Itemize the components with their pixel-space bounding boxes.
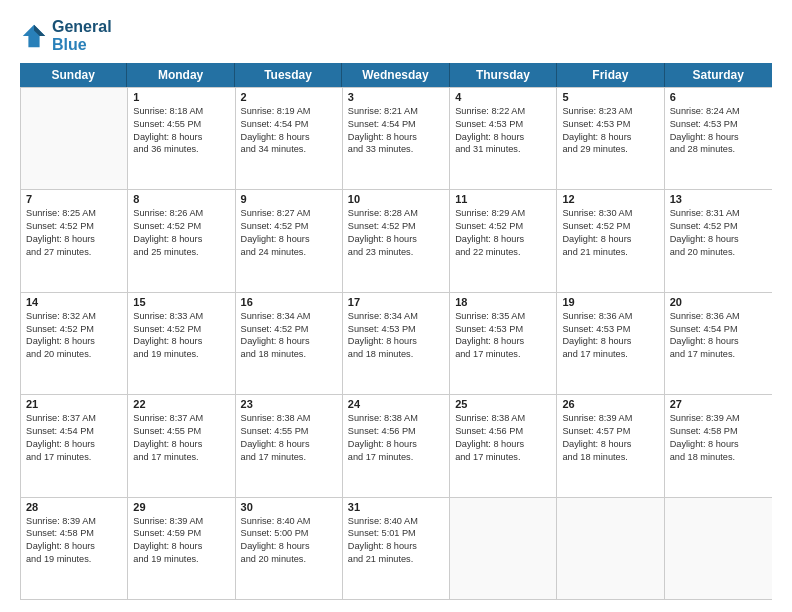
day-cell-3: 3Sunrise: 8:21 AMSunset: 4:54 PMDaylight… xyxy=(343,88,450,189)
day-number: 8 xyxy=(133,193,229,205)
sunset-text: Sunset: 4:54 PM xyxy=(670,323,767,336)
day-number: 15 xyxy=(133,296,229,308)
daylight-text-1: Daylight: 8 hours xyxy=(562,335,658,348)
sunrise-text: Sunrise: 8:22 AM xyxy=(455,105,551,118)
daylight-text-2: and 23 minutes. xyxy=(348,246,444,259)
daylight-text-1: Daylight: 8 hours xyxy=(26,335,122,348)
sunrise-text: Sunrise: 8:36 AM xyxy=(670,310,767,323)
sunrise-text: Sunrise: 8:38 AM xyxy=(241,412,337,425)
daylight-text-1: Daylight: 8 hours xyxy=(670,233,767,246)
daylight-text-1: Daylight: 8 hours xyxy=(133,335,229,348)
day-number: 25 xyxy=(455,398,551,410)
header-day-tuesday: Tuesday xyxy=(235,63,342,87)
daylight-text-2: and 18 minutes. xyxy=(562,451,658,464)
day-cell-9: 9Sunrise: 8:27 AMSunset: 4:52 PMDaylight… xyxy=(236,190,343,291)
daylight-text-1: Daylight: 8 hours xyxy=(455,233,551,246)
sunrise-text: Sunrise: 8:18 AM xyxy=(133,105,229,118)
day-number: 12 xyxy=(562,193,658,205)
day-cell-14: 14Sunrise: 8:32 AMSunset: 4:52 PMDayligh… xyxy=(21,293,128,394)
sunrise-text: Sunrise: 8:39 AM xyxy=(26,515,122,528)
sunset-text: Sunset: 4:59 PM xyxy=(133,527,229,540)
daylight-text-1: Daylight: 8 hours xyxy=(241,233,337,246)
daylight-text-2: and 19 minutes. xyxy=(26,553,122,566)
daylight-text-2: and 21 minutes. xyxy=(348,553,444,566)
day-cell-28: 28Sunrise: 8:39 AMSunset: 4:58 PMDayligh… xyxy=(21,498,128,599)
daylight-text-2: and 21 minutes. xyxy=(562,246,658,259)
sunset-text: Sunset: 4:52 PM xyxy=(670,220,767,233)
day-number: 23 xyxy=(241,398,337,410)
sunset-text: Sunset: 4:58 PM xyxy=(670,425,767,438)
sunset-text: Sunset: 4:52 PM xyxy=(26,220,122,233)
day-number: 3 xyxy=(348,91,444,103)
sunset-text: Sunset: 4:54 PM xyxy=(241,118,337,131)
header-day-monday: Monday xyxy=(127,63,234,87)
day-cell-19: 19Sunrise: 8:36 AMSunset: 4:53 PMDayligh… xyxy=(557,293,664,394)
day-cell-29: 29Sunrise: 8:39 AMSunset: 4:59 PMDayligh… xyxy=(128,498,235,599)
daylight-text-2: and 17 minutes. xyxy=(455,451,551,464)
daylight-text-2: and 33 minutes. xyxy=(348,143,444,156)
sunset-text: Sunset: 4:53 PM xyxy=(562,118,658,131)
daylight-text-1: Daylight: 8 hours xyxy=(348,540,444,553)
daylight-text-1: Daylight: 8 hours xyxy=(26,233,122,246)
sunrise-text: Sunrise: 8:19 AM xyxy=(241,105,337,118)
day-number: 4 xyxy=(455,91,551,103)
sunrise-text: Sunrise: 8:38 AM xyxy=(348,412,444,425)
daylight-text-2: and 17 minutes. xyxy=(348,451,444,464)
sunrise-text: Sunrise: 8:37 AM xyxy=(133,412,229,425)
day-cell-24: 24Sunrise: 8:38 AMSunset: 4:56 PMDayligh… xyxy=(343,395,450,496)
sunset-text: Sunset: 4:52 PM xyxy=(455,220,551,233)
sunrise-text: Sunrise: 8:31 AM xyxy=(670,207,767,220)
day-number: 22 xyxy=(133,398,229,410)
day-number: 11 xyxy=(455,193,551,205)
daylight-text-1: Daylight: 8 hours xyxy=(241,540,337,553)
daylight-text-1: Daylight: 8 hours xyxy=(133,233,229,246)
empty-cell-4-5 xyxy=(557,498,664,599)
sunset-text: Sunset: 4:55 PM xyxy=(241,425,337,438)
calendar-body: 1Sunrise: 8:18 AMSunset: 4:55 PMDaylight… xyxy=(20,87,772,600)
sunset-text: Sunset: 4:54 PM xyxy=(26,425,122,438)
daylight-text-1: Daylight: 8 hours xyxy=(26,540,122,553)
sunset-text: Sunset: 4:52 PM xyxy=(562,220,658,233)
day-cell-18: 18Sunrise: 8:35 AMSunset: 4:53 PMDayligh… xyxy=(450,293,557,394)
daylight-text-2: and 18 minutes. xyxy=(670,451,767,464)
sunrise-text: Sunrise: 8:39 AM xyxy=(133,515,229,528)
sunset-text: Sunset: 4:58 PM xyxy=(26,527,122,540)
day-cell-20: 20Sunrise: 8:36 AMSunset: 4:54 PMDayligh… xyxy=(665,293,772,394)
calendar-row-1: 7Sunrise: 8:25 AMSunset: 4:52 PMDaylight… xyxy=(21,189,772,291)
daylight-text-2: and 24 minutes. xyxy=(241,246,337,259)
daylight-text-1: Daylight: 8 hours xyxy=(455,335,551,348)
sunrise-text: Sunrise: 8:27 AM xyxy=(241,207,337,220)
sunset-text: Sunset: 4:52 PM xyxy=(241,220,337,233)
day-cell-22: 22Sunrise: 8:37 AMSunset: 4:55 PMDayligh… xyxy=(128,395,235,496)
sunrise-text: Sunrise: 8:28 AM xyxy=(348,207,444,220)
daylight-text-2: and 29 minutes. xyxy=(562,143,658,156)
sunset-text: Sunset: 4:52 PM xyxy=(26,323,122,336)
sunset-text: Sunset: 4:55 PM xyxy=(133,425,229,438)
daylight-text-1: Daylight: 8 hours xyxy=(348,335,444,348)
sunrise-text: Sunrise: 8:34 AM xyxy=(348,310,444,323)
day-cell-26: 26Sunrise: 8:39 AMSunset: 4:57 PMDayligh… xyxy=(557,395,664,496)
day-number: 6 xyxy=(670,91,767,103)
calendar-row-0: 1Sunrise: 8:18 AMSunset: 4:55 PMDaylight… xyxy=(21,87,772,189)
day-number: 16 xyxy=(241,296,337,308)
sunrise-text: Sunrise: 8:39 AM xyxy=(670,412,767,425)
day-cell-11: 11Sunrise: 8:29 AMSunset: 4:52 PMDayligh… xyxy=(450,190,557,291)
sunset-text: Sunset: 4:57 PM xyxy=(562,425,658,438)
daylight-text-1: Daylight: 8 hours xyxy=(562,233,658,246)
calendar-row-2: 14Sunrise: 8:32 AMSunset: 4:52 PMDayligh… xyxy=(21,292,772,394)
daylight-text-2: and 20 minutes. xyxy=(670,246,767,259)
sunset-text: Sunset: 4:54 PM xyxy=(348,118,444,131)
empty-cell-4-4 xyxy=(450,498,557,599)
header-day-wednesday: Wednesday xyxy=(342,63,449,87)
day-number: 1 xyxy=(133,91,229,103)
logo: General Blue xyxy=(20,18,112,55)
sunrise-text: Sunrise: 8:32 AM xyxy=(26,310,122,323)
day-cell-8: 8Sunrise: 8:26 AMSunset: 4:52 PMDaylight… xyxy=(128,190,235,291)
header-day-thursday: Thursday xyxy=(450,63,557,87)
sunrise-text: Sunrise: 8:24 AM xyxy=(670,105,767,118)
calendar-header: SundayMondayTuesdayWednesdayThursdayFrid… xyxy=(20,63,772,87)
sunset-text: Sunset: 5:00 PM xyxy=(241,527,337,540)
sunset-text: Sunset: 4:52 PM xyxy=(133,220,229,233)
day-cell-17: 17Sunrise: 8:34 AMSunset: 4:53 PMDayligh… xyxy=(343,293,450,394)
header: General Blue xyxy=(20,18,772,55)
